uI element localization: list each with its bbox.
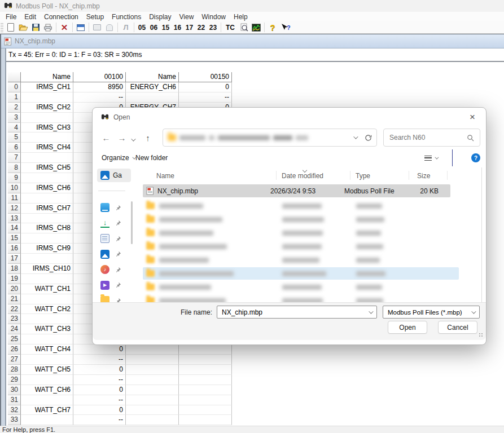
chevron-down-icon[interactable] — [369, 309, 373, 313]
sidebar-item-desktop[interactable] — [100, 202, 129, 213]
forward-button[interactable]: → — [116, 133, 128, 143]
alarm-button[interactable] — [103, 22, 116, 33]
grid-cell-value[interactable]: 0 — [73, 385, 126, 395]
back-button[interactable]: ← — [100, 133, 112, 143]
file-row-blurred[interactable] — [143, 267, 459, 280]
organize-button[interactable]: Organize — [102, 154, 135, 162]
grid-cell-name[interactable]: IRMS_CH1 — [21, 82, 73, 92]
sidebar-item-videos[interactable]: ▶ — [100, 280, 129, 290]
grid-cell-value[interactable]: -- — [73, 92, 126, 103]
grid-cell-value[interactable]: -- — [73, 395, 126, 405]
column-header-name[interactable]: Name — [156, 170, 174, 182]
grid-cell-name[interactable]: IRMS_CH4 — [21, 143, 73, 153]
new-file-button[interactable] — [5, 22, 17, 33]
grid-cell-value[interactable]: 8950 — [73, 82, 126, 92]
file-type-select[interactable]: Modbus Poll Files (*.mbp) — [383, 306, 480, 319]
preview-pane-button[interactable] — [452, 150, 455, 166]
view-mode-button[interactable] — [424, 156, 437, 161]
print-preview-button[interactable] — [238, 22, 250, 33]
grid-cell-value2[interactable] — [179, 365, 232, 375]
grid-cell-name[interactable]: IRMS_CH2 — [21, 103, 73, 113]
new-folder-button[interactable]: New folder — [135, 154, 168, 162]
menu-connection[interactable]: Connection — [40, 12, 82, 21]
grid-cell-name[interactable]: WATT_CH7 — [21, 405, 73, 416]
grid-cell-name[interactable] — [21, 375, 73, 385]
function-22-button[interactable]: 22 — [195, 22, 207, 33]
grid-cell-name2[interactable]: ENERGY_CH6 — [126, 82, 179, 92]
grid-cell-name2[interactable] — [126, 375, 179, 385]
address-bar[interactable] — [163, 129, 377, 147]
function-15-button[interactable]: 15 — [160, 22, 172, 33]
recent-locations-button[interactable] — [131, 135, 134, 143]
menu-view[interactable]: View — [176, 12, 198, 21]
grid-cell-name[interactable] — [21, 254, 73, 264]
sidebar-item-documents[interactable] — [100, 233, 129, 244]
menu-file[interactable]: File — [2, 12, 20, 21]
grid-cell-name[interactable] — [21, 415, 73, 425]
file-row-blurred[interactable] — [143, 213, 450, 226]
up-button[interactable]: ↑ — [142, 133, 154, 143]
function-23-button[interactable]: 23 — [207, 22, 219, 33]
grid-cell-name[interactable] — [21, 153, 73, 163]
file-row-blurred[interactable] — [143, 254, 450, 266]
grid-cell-name2[interactable] — [126, 385, 179, 395]
dialog-help-button[interactable]: ? — [471, 153, 480, 162]
grid-cell-name[interactable] — [21, 132, 73, 143]
grid-cell-name[interactable]: IRMS_CH5 — [21, 163, 73, 173]
grid-cell-name[interactable]: WATT_CH4 — [21, 344, 73, 355]
sidebar-item-gallery[interactable]: Ga — [97, 169, 131, 182]
grid-cell-name[interactable] — [21, 355, 73, 365]
grid-cell-value[interactable]: -- — [73, 375, 126, 385]
grid-cell-value[interactable]: 0 — [73, 405, 126, 416]
grid-cell-name[interactable] — [21, 334, 73, 344]
menu-edit[interactable]: Edit — [20, 12, 40, 21]
grid-cell-value[interactable]: -- — [73, 415, 126, 425]
sidebar-item-downloads[interactable]: ↓ — [100, 218, 129, 228]
grid-cell-name2[interactable] — [126, 395, 179, 405]
grid-cell-value2[interactable]: 0 — [179, 82, 232, 92]
grid-cell-name[interactable]: WATT_CH5 — [21, 365, 73, 375]
column-header-type[interactable]: Type — [356, 170, 370, 182]
sidebar-item-music[interactable]: ♪ — [100, 264, 129, 275]
grid-cell-name[interactable] — [21, 92, 73, 103]
grid-cell-name[interactable] — [21, 395, 73, 405]
search-box[interactable]: Search N60 — [383, 129, 480, 147]
toolbar-grip[interactable] — [1, 23, 3, 32]
file-row-blurred[interactable] — [143, 281, 450, 293]
help-button[interactable]: ? — [266, 22, 279, 33]
open-file-button[interactable] — [17, 22, 29, 33]
grid-cell-value2[interactable] — [179, 344, 232, 355]
grid-cell-value2[interactable] — [179, 415, 232, 425]
grid-cell-name2[interactable] — [126, 415, 179, 425]
file-row-blurred[interactable] — [143, 227, 450, 239]
grid-cell-value[interactable]: 0 — [73, 365, 126, 375]
grid-cell-name[interactable] — [21, 193, 73, 204]
grid-cell-name[interactable] — [21, 214, 73, 224]
grid-cell-name2[interactable] — [126, 355, 179, 365]
file-name-input[interactable]: NX_chip.mbp — [217, 306, 377, 319]
column-header-date-modified[interactable]: Date modified — [282, 170, 323, 182]
dialog-titlebar[interactable]: Open × — [93, 108, 486, 127]
sidebar-item-pictures[interactable] — [100, 249, 129, 259]
disconnect-button[interactable]: ✕ — [58, 22, 71, 33]
file-row-blurred[interactable] — [143, 200, 450, 212]
grid-cell-value2[interactable] — [179, 385, 232, 395]
grid-cell-value[interactable]: -- — [73, 355, 126, 365]
menu-functions[interactable]: Functions — [108, 12, 145, 21]
grid-cell-name2[interactable] — [126, 92, 179, 103]
grid-cell-name2[interactable] — [126, 405, 179, 416]
function-16-button[interactable]: 16 — [172, 22, 183, 33]
grid-cell-name[interactable] — [21, 173, 73, 183]
menu-help[interactable]: Help — [230, 12, 252, 21]
grid-cell-value2[interactable]: -- — [179, 92, 232, 103]
file-row-selected[interactable]: NX_chip.mbp 2026/3/24 9:53 Modbus Poll F… — [143, 184, 450, 197]
column-header-size[interactable]: Size — [417, 170, 430, 182]
grid-cell-value2[interactable] — [179, 375, 232, 385]
document-titlebar[interactable]: NX_chip.mbp — [1, 34, 504, 48]
dialog-close-button[interactable]: × — [466, 111, 479, 124]
file-row-blurred[interactable] — [143, 240, 450, 253]
grid-cell-value2[interactable] — [179, 355, 232, 365]
grid-cell-name2[interactable] — [126, 344, 179, 355]
communication-traffic-button[interactable] — [91, 22, 103, 33]
grid-cell-name[interactable]: IRMS_CH8 — [21, 223, 73, 233]
